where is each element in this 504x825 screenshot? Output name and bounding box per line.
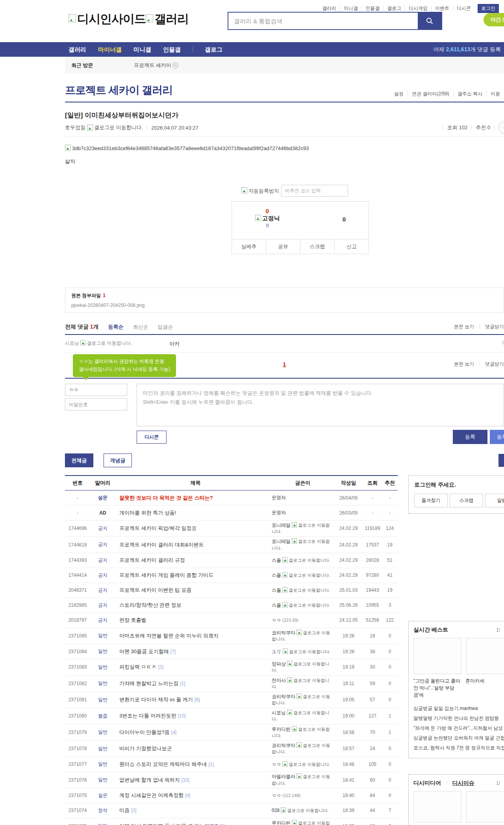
post-title-link[interactable]: 프로젝트 세카이 갤러리 규정 [119, 557, 185, 563]
post-author[interactable]: 아델라멜라 갤로그로 이동합니다. [272, 773, 334, 786]
post-author[interactable]: 앙파상 갤로그로 이동합니다. [272, 661, 334, 673]
view-post-button[interactable]: 본문 보기 [454, 324, 474, 329]
post-title-link[interactable]: 계정 시세같은건 어케측정함 [119, 792, 183, 798]
sidebar-button-즐겨찾기[interactable]: 즐겨찾기 [414, 494, 448, 507]
nav-item-갤러리[interactable]: 갤러리 [69, 42, 86, 57]
post-title-link[interactable]: 가챠에 현찰박고 느끼는점 [119, 680, 178, 686]
post-author[interactable]: 코리락쿠마 갤로그로 이동합니다. [272, 693, 334, 706]
nav-item-마이너갤[interactable]: 마이너갤 [98, 42, 122, 57]
top-link-갤로그[interactable]: 갤로그 [383, 6, 405, 11]
post-title-cell[interactable]: 가챠에 현찰박고 느끼는점[1] [115, 680, 272, 687]
comment-textarea[interactable]: 타인의 권리를 침해하거나 명예를 훼손하는 댓글은 운영원칙 및 관련 법률에… [137, 384, 504, 426]
post-action-공유[interactable]: 공유 [266, 240, 300, 254]
post-title-link[interactable]: 이제 미션 다깬거면 풍선 얻을 곳 없는거지? [119, 823, 218, 825]
nav-item-갤로그[interactable]: 갤로그 [205, 42, 222, 57]
site-logo[interactable]: 디시인사이드갤러리 [69, 11, 189, 27]
best-caption[interactable]: "그만큼 울린다고 콜라 안 먹나"..'설탕 부담금'에 [413, 677, 461, 699]
night-mode-toggle[interactable]: 야간 모드 [484, 13, 504, 26]
post-action-신고[interactable]: 신고 [334, 240, 369, 254]
post-title-link[interactable]: 프로젝트 세카이 이벤런 팁 모음 [119, 587, 191, 593]
best-posts-button[interactable]: 개념글 [104, 453, 132, 467]
post-title-cell[interactable]: 다이아누이 만들었?음[4] [115, 729, 272, 736]
close-comments-button[interactable]: 댓글닫기 [485, 324, 504, 329]
top-link-이벤트[interactable]: 이벤트 [431, 6, 453, 11]
dccon-button[interactable]: 디시콘 [137, 431, 167, 444]
post-title-link[interactable]: 완장 호출벨 [119, 617, 146, 623]
post-title-cell[interactable]: 3번조는 다들 어려진듯한[10] [115, 712, 272, 719]
post-title-link[interactable]: 3번조는 다들 어려진듯한 [119, 713, 176, 719]
post-title-cell[interactable]: 프로젝트 세카이 픽업/복각 일정표 [115, 525, 272, 532]
post-title-cell[interactable]: 프로젝트 세카이 갤러리 규정 [115, 557, 272, 564]
best-thumbnail[interactable] [466, 638, 504, 674]
post-title-cell[interactable]: 스토리/창작/핫산 관련 정보 [115, 602, 272, 609]
dcissue-tab[interactable]: 디시이슈 [452, 780, 474, 786]
post-action-실베추[interactable]: 실베추 [232, 240, 266, 254]
gallery-menu-이용[interactable]: 이용 [486, 91, 504, 97]
best-link[interactable]: 싱글벙글 일일 집보기.manhwa [413, 704, 504, 714]
comment-submit-button[interactable]: 등록 [453, 430, 487, 444]
breadcrumb-gallery-link[interactable]: 프로젝트 세카이m [134, 62, 178, 68]
post-author[interactable]: 호두껍질 [65, 124, 85, 131]
post-author[interactable]: 코리락쿠마 갤로그로 이동합니다. [272, 742, 334, 755]
sort-tab-답글순[interactable]: 답글순 [158, 324, 173, 330]
post-title-link[interactable]: 파킹실력 ㅁㅌㅊ [119, 664, 157, 670]
post-title-link[interactable]: 어펜 30플콤 포기할래 [119, 648, 169, 654]
post-author[interactable]: 포니테일 갤로그로 이동합니다. [272, 522, 334, 535]
top-link-미니갤[interactable]: 미니갤 [340, 6, 361, 11]
post-title-link[interactable]: 프로젝트 세카이 게임 플레이 종합 가이드 [119, 572, 213, 578]
top-link-디시콘[interactable]: 디시콘 [453, 6, 474, 11]
post-author[interactable]: 천마사 갤로그로 이동합니다. [272, 677, 334, 690]
gallery-menu-설정[interactable]: 설정 [390, 91, 408, 97]
best-link[interactable]: 싱글벙글 논란됐던 오버워치 여캐 얼굴 근첩 [413, 733, 504, 743]
post-title-link[interactable]: 없번날에 핥게 없네 뭐하지 [119, 777, 180, 783]
post-title-cell[interactable]: 계정 시세같은건 어케측정함[4] [115, 792, 272, 799]
post-title-cell[interactable]: 게이머를 위한 특가 상품! [115, 509, 272, 517]
post-author[interactable]: 스플 갤로그로 이동합니다. [272, 572, 334, 578]
post-title-cell[interactable]: 미즘[2] [115, 807, 272, 814]
captcha-input[interactable] [281, 185, 348, 197]
post-author[interactable]: 루카디린 갤로그로 이동합니다. [272, 820, 334, 825]
top-link-인물갤[interactable]: 인물갤 [361, 6, 383, 11]
post-title-link[interactable]: 아마츠유에 자연볼 털면 순위 미누리 되겠지 [119, 633, 219, 639]
post-title-cell[interactable]: 아마츠유에 자연볼 털면 순위 미누리 되겠지 [115, 632, 272, 639]
gallog-link-label[interactable]: 갤로그로 이동합니다. [94, 124, 143, 131]
post-title-link[interactable]: 미즘 [119, 807, 130, 813]
post-author[interactable]: ㅇㅇ(112.148) [272, 792, 334, 799]
post-author[interactable]: 루카디린 갤로그로 이동합니다. [272, 726, 334, 739]
post-title-cell[interactable]: 잘못한 것보다 더 욕먹은 것 같은 스타는? [115, 494, 272, 502]
post-title-cell[interactable]: 비비가 기절했었나보군 [115, 745, 272, 752]
post-author[interactable]: 028 갤로그로 이동합니다. [272, 807, 334, 814]
dcmedia-thumbnail[interactable] [413, 791, 461, 823]
view-post-button[interactable]: 본문 보기 [454, 361, 474, 367]
post-title-cell[interactable]: 이제 미션 다깬거면 풍선 얻을 곳 없는거지?[6] [115, 823, 272, 825]
sidebar-button-알림[interactable]: 알림 [485, 494, 504, 507]
comment-nickname-input[interactable] [65, 384, 127, 396]
post-author[interactable]: 운영자 [272, 494, 334, 501]
post-author[interactable]: 코리락쿠마 갤로그로 이동합니다. [272, 630, 334, 642]
post-author[interactable]: 포니테일 갤로그로 이동합니다. [272, 538, 334, 551]
best-link[interactable]: "좌석에 둔 가방 왜 건드려"...지하철서 남성 [413, 723, 504, 733]
top-link-디시게임[interactable]: 디시게임 [405, 6, 431, 11]
post-author[interactable]: 운영자 [272, 509, 334, 516]
post-title-cell[interactable]: 프로젝트 세카이 갤러리 대회&이벤트 [115, 541, 272, 548]
sidebar-button-스크랩[interactable]: 스크랩 [450, 494, 483, 507]
post-title-link[interactable]: 다이아누이 만들었?음 [119, 729, 170, 735]
post-action-스크랩[interactable]: 스크랩 [300, 240, 334, 254]
comment-submit-button-2[interactable]: 등록 [490, 430, 504, 444]
post-title-cell[interactable]: 없번날에 핥게 없네 뭐하지[10] [115, 777, 272, 784]
search-button[interactable] [418, 13, 441, 29]
post-title-cell[interactable]: 프로젝트 세카이 게임 플레이 종합 가이드 [115, 572, 272, 579]
gallery-menu-갤주소 복사[interactable]: 갤주소 복사 [453, 91, 486, 97]
sort-tab-최신순[interactable]: 최신순 [133, 324, 148, 330]
top-link-갤러리[interactable]: 갤러리 [319, 6, 340, 11]
post-title-link[interactable]: 비비가 기절했었나보군 [119, 745, 172, 751]
post-title-link[interactable]: 프로젝트 세카이 갤러리 대회&이벤트 [119, 542, 204, 548]
comment-page-1[interactable]: 1 [283, 361, 286, 368]
write-button[interactable] [498, 454, 504, 467]
post-title-cell[interactable]: 프로젝트 세카이 이벤런 팁 모음 [115, 587, 272, 594]
post-author[interactable]: 스플 갤로그로 이동합니다. [272, 602, 334, 608]
post-title-cell[interactable]: 파킹실력 ㅁㅌㅊ[2] [115, 663, 272, 671]
nav-item-인물갤[interactable]: 인물갤 [163, 42, 181, 57]
post-title-link[interactable]: 변환기로 다이아 제작 vs 돌 캐기 [119, 697, 193, 702]
post-title-cell[interactable]: 원더쇼 스토리 요약은 캐릭마다 해주네[1] [115, 761, 272, 768]
